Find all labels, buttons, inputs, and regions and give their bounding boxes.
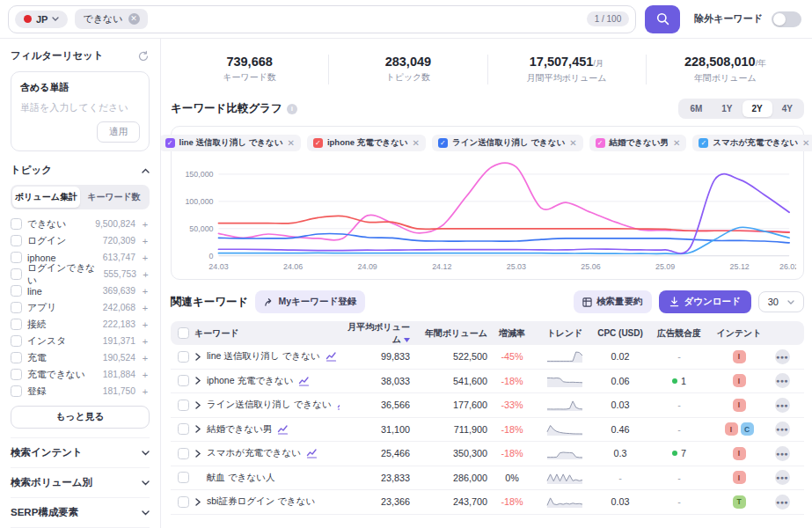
keyword-text[interactable]: line 送信取り消し できない [207, 350, 320, 363]
sidebar-section[interactable]: 検索ボリューム別 [11, 467, 150, 497]
keyword-chart-icon[interactable] [306, 448, 318, 458]
topic-checkbox[interactable] [11, 285, 22, 297]
remove-series-icon[interactable]: ✕ [673, 138, 680, 148]
legend-chip[interactable]: ✓ ライン送信取り消し できない ✕ [432, 135, 583, 151]
keyword-text[interactable]: ライン送信取り消し できない [207, 399, 332, 411]
topic-checkbox[interactable] [11, 218, 22, 230]
exclude-keywords-toggle[interactable] [772, 11, 801, 27]
header-change-rate[interactable]: 増減率 [487, 327, 537, 340]
remove-series-icon[interactable]: ✕ [413, 138, 420, 148]
search-button[interactable] [645, 5, 680, 33]
reset-icon[interactable] [137, 50, 150, 62]
add-topic-button[interactable]: + [141, 219, 150, 230]
add-topic-button[interactable]: + [141, 253, 150, 263]
apply-button[interactable]: 適用 [97, 121, 140, 143]
keyword-text[interactable]: iphone 充電できない [207, 375, 293, 387]
range-tab-6m[interactable]: 6M [680, 100, 712, 117]
row-menu-button[interactable]: ●●● [775, 422, 790, 436]
header-cpc[interactable]: CPC (USD) [593, 328, 647, 338]
topic-checkbox[interactable] [11, 335, 22, 347]
topic-checkbox[interactable] [11, 352, 22, 363]
legend-checkbox[interactable]: ✓ [699, 138, 708, 148]
topic-checkbox[interactable] [11, 268, 22, 280]
add-topic-button[interactable]: + [141, 303, 150, 313]
keyword-chart-icon[interactable] [326, 351, 337, 362]
topic-checkbox[interactable] [11, 385, 22, 397]
expand-row-icon[interactable] [194, 450, 201, 458]
legend-chip[interactable]: ✓ iphone 充電できない ✕ [307, 135, 426, 151]
remove-series-icon[interactable]: ✕ [802, 138, 809, 148]
row-checkbox[interactable] [178, 400, 189, 411]
row-checkbox[interactable] [178, 472, 189, 483]
info-icon[interactable]: i [287, 104, 297, 114]
topic-checkbox[interactable] [11, 235, 22, 246]
search-volume-summary-button[interactable]: 検索量要約 [574, 290, 652, 313]
add-topic-button[interactable]: + [142, 269, 150, 280]
cpc-value: 0.03 [593, 400, 647, 410]
row-checkbox[interactable] [178, 423, 189, 435]
topic-label: 接続 [27, 319, 47, 331]
remove-series-icon[interactable]: ✕ [569, 138, 576, 148]
legend-checkbox[interactable]: ✓ [596, 138, 605, 148]
topic-tab[interactable]: キーワード数 [80, 187, 148, 208]
page-size-select[interactable]: 30 [758, 291, 804, 312]
my-keyword-register-button[interactable]: Myキーワード登録 [255, 290, 365, 313]
download-button[interactable]: ダウンロード [659, 290, 751, 313]
header-yearly-volume[interactable]: 年間ボリューム [410, 327, 487, 340]
add-topic-button[interactable]: + [141, 386, 150, 397]
range-tab-4y[interactable]: 4Y [772, 100, 802, 117]
legend-chip[interactable]: ✓ line 送信取り消し できない ✕ [161, 135, 301, 151]
keyword-text[interactable]: スマホが充電できない [207, 447, 301, 459]
row-checkbox[interactable] [178, 351, 189, 363]
range-tab-2y[interactable]: 2Y [743, 100, 772, 117]
sidebar-section[interactable]: 検索インテント [11, 437, 150, 467]
header-monthly-volume[interactable]: 月平均ボリューム [340, 321, 410, 346]
show-more-button[interactable]: もっと見る [11, 406, 150, 429]
topic-checkbox[interactable] [11, 319, 22, 330]
add-topic-button[interactable]: + [141, 336, 150, 347]
keyword-chart-icon[interactable] [298, 376, 310, 386]
legend-chip[interactable]: ✓ スマホが充電できない ✕ [692, 135, 812, 151]
keyword-text[interactable]: sbi証券ログイン できない [207, 495, 315, 508]
row-checkbox[interactable] [178, 375, 189, 386]
legend-checkbox[interactable]: ✓ [313, 138, 323, 148]
add-topic-button[interactable]: + [141, 286, 150, 297]
range-tab-1y[interactable]: 1Y [712, 100, 742, 117]
search-bar[interactable]: JP できない ✕ 1 / 100 [8, 5, 636, 33]
row-menu-button[interactable]: ●●● [775, 349, 790, 364]
keyword-text[interactable]: 献血 できない人 [207, 472, 274, 484]
legend-checkbox[interactable]: ✓ [438, 138, 448, 148]
header-ad-competition[interactable]: 広告競合度 [647, 327, 711, 340]
row-menu-button[interactable]: ●●● [775, 446, 790, 461]
add-topic-button[interactable]: + [141, 370, 150, 380]
row-menu-button[interactable]: ●●● [775, 398, 790, 413]
select-all-checkbox[interactable] [178, 327, 189, 339]
add-topic-button[interactable]: + [141, 236, 150, 246]
topic-checkbox[interactable] [11, 369, 22, 380]
remove-keyword-icon[interactable]: ✕ [128, 13, 140, 25]
country-selector[interactable]: JP [15, 11, 68, 28]
remove-series-icon[interactable]: ✕ [288, 138, 295, 148]
expand-row-icon[interactable] [194, 353, 201, 361]
row-menu-button[interactable]: ●●● [775, 495, 790, 510]
add-topic-button[interactable]: + [141, 353, 150, 363]
row-menu-button[interactable]: ●●● [775, 470, 790, 485]
row-checkbox[interactable] [178, 448, 189, 459]
keyword-chart-icon[interactable] [277, 424, 289, 435]
row-checkbox[interactable] [178, 496, 189, 508]
expand-row-icon[interactable] [194, 498, 201, 506]
legend-checkbox[interactable]: ✓ [165, 138, 175, 148]
keyword-text[interactable]: 結婚できない男 [207, 423, 272, 436]
include-words-input[interactable] [20, 102, 140, 113]
topic-section-header[interactable]: トピック [11, 164, 150, 177]
topic-checkbox[interactable] [11, 252, 22, 263]
topic-checkbox[interactable] [11, 302, 22, 313]
expand-row-icon[interactable] [194, 377, 201, 385]
sidebar-section[interactable]: SERP構成要素 [11, 497, 150, 527]
expand-row-icon[interactable] [194, 425, 201, 433]
topic-tab[interactable]: ボリューム集計 [12, 187, 80, 208]
legend-chip[interactable]: ✓ 結婚できない男 ✕ [589, 135, 687, 151]
expand-row-icon[interactable] [194, 401, 201, 409]
add-topic-button[interactable]: + [141, 319, 150, 330]
row-menu-button[interactable]: ●●● [775, 373, 790, 388]
